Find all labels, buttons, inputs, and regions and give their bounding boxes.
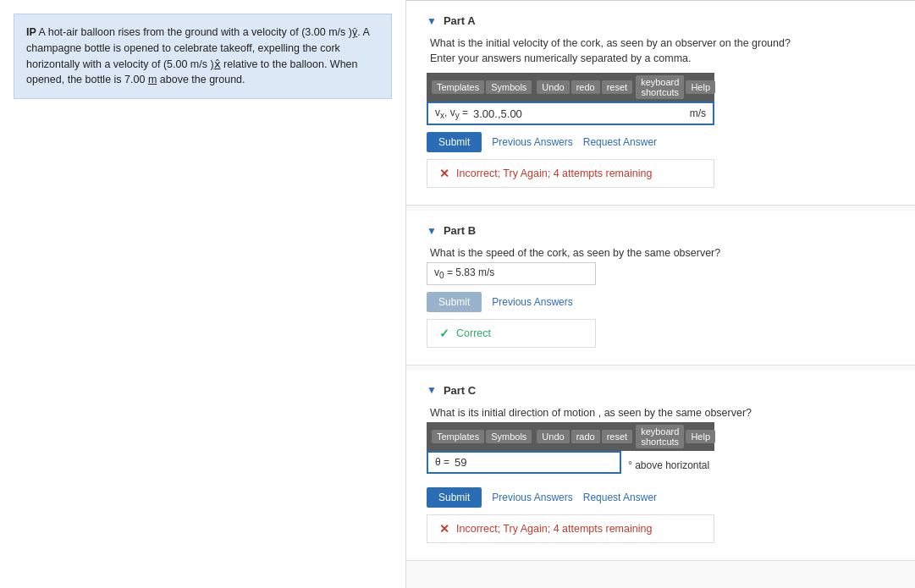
part-c-input-wrapper: θ = — [427, 451, 621, 474]
part-a-status-text: Incorrect; Try Again; 4 attempts remaini… — [456, 168, 652, 179]
part-a-previous-answers[interactable]: Previous Answers — [492, 136, 572, 148]
part-c-title: Part C — [444, 384, 476, 397]
part-c-toggle[interactable]: ▼ — [427, 384, 437, 396]
part-c-header: ▼ Part C — [427, 384, 895, 397]
part-b-toggle[interactable]: ▼ — [427, 225, 437, 237]
reset-btn-c[interactable]: reset — [602, 430, 632, 443]
part-a-header: ▼ Part A — [427, 14, 895, 27]
part-a-toolbar: Templates Symbols Undo redo reset keyboa… — [427, 73, 714, 102]
part-b-submit: Submit — [427, 292, 482, 312]
part-a-section: ▼ Part A What is the initial velocity of… — [406, 1, 915, 206]
part-b-section: ▼ Part B What is the speed of the cork, … — [406, 211, 915, 365]
reset-btn-a[interactable]: reset — [602, 80, 632, 94]
undo-btn-c[interactable]: Undo — [537, 430, 569, 443]
part-b-title: Part B — [444, 224, 476, 237]
keyboard-shortcuts-btn-c[interactable]: keyboard shortcuts — [636, 425, 684, 448]
part-b-header: ▼ Part B — [427, 224, 895, 237]
part-b-check-icon: ✓ — [439, 327, 449, 340]
part-a-submit[interactable]: Submit — [427, 132, 482, 152]
part-c-input-label: θ = — [435, 456, 449, 468]
part-a-unit: m/s — [690, 107, 706, 119]
part-a-subtext: Enter your answers numerically separated… — [430, 52, 895, 64]
problem-text: IP A hot-air balloon rises from the grou… — [26, 25, 379, 88]
redo-btn-a[interactable]: redo — [571, 80, 600, 94]
part-a-question: What is the initial velocity of the cork… — [430, 37, 895, 49]
templates-btn-a[interactable]: Templates — [432, 80, 484, 94]
part-b-question: What is the speed of the cork, as seen b… — [430, 247, 895, 259]
part-b-input-label: v0 = 5.83 m/s — [434, 267, 494, 280]
part-b-previous-answers[interactable]: Previous Answers — [492, 296, 572, 308]
part-c-previous-answers[interactable]: Previous Answers — [492, 492, 572, 503]
part-a-title: Part A — [444, 14, 476, 27]
part-c-btn-row: Submit Previous Answers Request Answer — [427, 487, 895, 508]
undo-btn-a[interactable]: Undo — [537, 80, 569, 94]
part-a-x-icon: ✕ — [439, 167, 449, 180]
symbols-btn-a[interactable]: Symbols — [486, 80, 532, 94]
part-b-status: ✓ Correct — [427, 319, 596, 348]
part-c-status-text: Incorrect; Try Again; 4 attempts remaini… — [456, 523, 652, 535]
part-b-status-text: Correct — [456, 327, 491, 339]
part-a-request-answer[interactable]: Request Answer — [583, 136, 657, 148]
part-a-input-label: vx, vy = — [435, 107, 468, 120]
help-btn-a[interactable]: Help — [686, 80, 715, 94]
part-c-request-answer[interactable]: Request Answer — [583, 492, 657, 503]
part-b-btn-row: Submit Previous Answers — [427, 292, 895, 312]
keyboard-shortcuts-btn-a[interactable]: keyboard shortcuts — [636, 75, 684, 99]
part-c-unit: ° above horizontal — [628, 459, 709, 471]
part-c-toolbar: Templates Symbols Undo rado reset keyboa… — [427, 422, 714, 451]
left-panel: IP A hot-air balloon rises from the grou… — [0, 0, 406, 588]
part-b-input-wrapper: v0 = 5.83 m/s — [427, 262, 596, 284]
part-c-x-icon: ✕ — [439, 522, 449, 536]
redo-btn-c[interactable]: rado — [571, 430, 600, 443]
part-c-section: ▼ Part C What is its initial direction o… — [406, 371, 915, 561]
part-c-input[interactable] — [455, 456, 613, 469]
help-btn-c[interactable]: Help — [686, 430, 715, 443]
problem-box: IP A hot-air balloon rises from the grou… — [14, 14, 392, 99]
part-a-toggle[interactable]: ▼ — [427, 15, 437, 27]
part-c-input-row: θ = ° above horizontal — [427, 451, 895, 481]
part-a-input-wrapper: vx, vy = m/s — [427, 102, 714, 125]
part-a-btn-row: Submit Previous Answers Request Answer — [427, 132, 895, 152]
part-a-status: ✕ Incorrect; Try Again; 4 attempts remai… — [427, 159, 714, 188]
part-c-question: What is its initial direction of motion … — [430, 407, 895, 419]
templates-btn-c[interactable]: Templates — [432, 430, 484, 443]
part-c-status: ✕ Incorrect; Try Again; 4 attempts remai… — [427, 514, 714, 543]
part-a-input[interactable] — [473, 107, 683, 120]
right-panel: ▼ Part A What is the initial velocity of… — [406, 0, 915, 588]
symbols-btn-c[interactable]: Symbols — [486, 430, 532, 443]
part-c-submit[interactable]: Submit — [427, 487, 482, 508]
